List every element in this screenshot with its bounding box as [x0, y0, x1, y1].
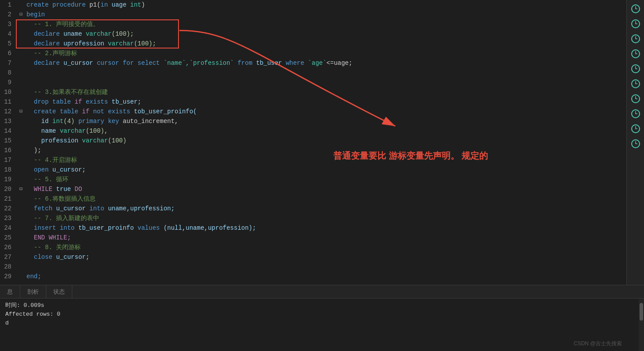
refresh-icon[interactable]	[629, 2, 643, 16]
token	[26, 58, 34, 68]
circle-dot-icon-3[interactable]	[629, 77, 643, 91]
token: from	[234, 58, 256, 68]
line-number: 4	[4, 29, 11, 39]
token: -- 4.开启游标	[26, 155, 77, 165]
token: create	[26, 0, 52, 10]
circle-dot-icon[interactable]	[629, 17, 643, 31]
token	[26, 39, 34, 49]
code-line: -- 5. 循环	[19, 175, 626, 184]
output-line-2: 时间: 0.009s	[5, 301, 639, 310]
token: uname,uprofession;	[108, 204, 175, 213]
line-number: 17	[4, 155, 11, 165]
token	[26, 252, 34, 262]
token: (100);	[112, 29, 134, 39]
line-number: 9	[4, 78, 11, 87]
token	[26, 107, 34, 116]
line-number: 1	[4, 0, 11, 10]
line-number: 23	[4, 213, 11, 223]
scrollbar-vertical[interactable]	[639, 299, 644, 351]
token: END WHILE;	[34, 233, 71, 243]
fold-icon[interactable]: ⊟	[19, 10, 26, 19]
token: if	[82, 107, 93, 116]
token: u_cursor;	[56, 252, 89, 262]
token: into	[60, 223, 78, 233]
token	[26, 136, 41, 146]
bottom-tab-1[interactable]: 剖析	[20, 285, 46, 299]
code-line: profession varchar(100)	[19, 136, 626, 146]
token: table	[52, 97, 74, 107]
token: -- 5. 循环	[26, 175, 68, 184]
token: (100);	[134, 39, 156, 49]
token	[26, 204, 34, 213]
token: declare	[34, 39, 63, 49]
line-number: 15	[4, 136, 11, 146]
token: -- 6.将数据插入信息	[26, 194, 96, 204]
token: declare	[34, 29, 63, 39]
token: create	[34, 107, 60, 116]
code-line: END WHILE;	[19, 233, 626, 243]
token: where	[282, 58, 308, 68]
token: uname	[63, 29, 86, 39]
token: tb_user	[256, 58, 282, 68]
circle-dot-icon-5[interactable]	[629, 137, 643, 151]
token	[26, 223, 34, 233]
token	[26, 184, 34, 194]
scrollbar-thumb[interactable]	[640, 303, 643, 321]
code-content: create procedure p1(in uage int)⊟begin -…	[16, 0, 626, 285]
token: exists	[108, 107, 134, 116]
circle-dot-icon-4[interactable]	[629, 107, 643, 121]
token: (100),	[86, 126, 108, 136]
refresh-icon-3[interactable]	[629, 62, 643, 76]
bottom-tab-2[interactable]: 状态	[46, 285, 72, 299]
circle-dot-icon-2[interactable]	[629, 47, 643, 61]
token: select	[138, 58, 164, 68]
code-line: ⊟ WHILE true DO	[19, 184, 626, 194]
bottom-panel: 息剖析状态 时间: 0.009sAffected rows: 0d	[0, 285, 644, 351]
token: table	[60, 107, 82, 116]
code-line	[19, 78, 626, 87]
refresh-icon-4[interactable]	[629, 92, 643, 106]
line-number: 3	[4, 19, 11, 29]
token: -- 7. 插入新建的表中	[26, 213, 99, 223]
code-line: -- 2.声明游标	[19, 49, 626, 58]
token: int	[52, 116, 63, 126]
code-line: );	[19, 146, 626, 155]
refresh-icon-2[interactable]	[629, 32, 643, 46]
token: begin	[26, 10, 45, 19]
line-number: 10	[4, 87, 11, 97]
token: profession	[41, 136, 82, 146]
token: u_cursor	[63, 58, 97, 68]
token: uage	[112, 0, 130, 10]
line-number: 29	[4, 272, 11, 281]
token: cursor	[97, 58, 123, 68]
token	[26, 29, 34, 39]
token: declare	[34, 58, 63, 68]
token: close	[34, 252, 56, 262]
refresh-icon-5[interactable]	[629, 122, 643, 136]
token: into	[89, 204, 108, 213]
fold-icon[interactable]: ⊟	[19, 184, 26, 194]
code-line: insert into tb_user_proinfo values (null…	[19, 223, 626, 233]
token: primary	[78, 116, 108, 126]
token: u_cursor	[56, 204, 89, 213]
token: insert	[34, 223, 60, 233]
line-number: 12	[4, 107, 11, 116]
watermark: CSDN @吉士先搜索	[573, 340, 622, 347]
token: open	[34, 165, 52, 175]
token: -- 3.如果表不存在就创建	[26, 87, 108, 97]
token: tb_user_proinfo	[78, 223, 138, 233]
token: if	[74, 97, 86, 107]
code-line: -- 8. 关闭游标	[19, 243, 626, 252]
token: tb_user;	[112, 97, 141, 107]
line-number: 6	[4, 49, 11, 58]
bottom-tab-0[interactable]: 息	[0, 285, 20, 299]
token: tob_user_proinfo(	[134, 107, 197, 116]
token: varchar	[60, 126, 86, 136]
fold-icon[interactable]: ⊟	[19, 107, 26, 116]
token: (null,uname,uprofession);	[164, 223, 256, 233]
line-number: 25	[4, 233, 11, 243]
token: <=uage;	[327, 58, 353, 68]
token: varchar	[82, 136, 108, 146]
line-number: 11	[4, 97, 11, 107]
token: exists	[86, 97, 112, 107]
